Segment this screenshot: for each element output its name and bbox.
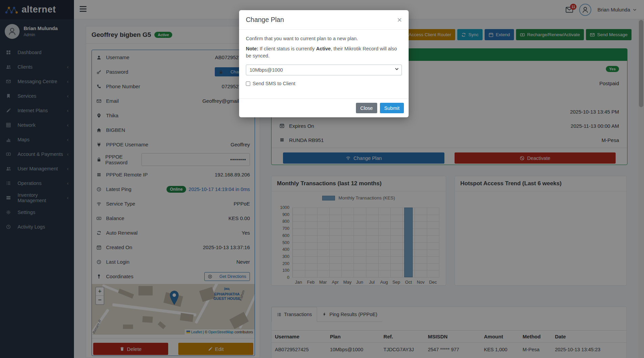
send-sms-checkbox[interactable]: [246, 81, 250, 86]
change-plan-modal: Change Plan × Confirm that you want to c…: [239, 10, 409, 117]
plan-select[interactable]: 10Mbps@1000: [246, 65, 402, 75]
modal-note-text: Note: If client status is currently Acti…: [246, 45, 402, 59]
send-sms-label: Send SMS to Client: [253, 81, 295, 86]
close-icon[interactable]: ×: [397, 17, 402, 23]
submit-button[interactable]: Submit: [380, 103, 404, 113]
app-root: alternet Brian Mulunda Admin .st{fill:no…: [0, 0, 644, 358]
close-button[interactable]: Close: [356, 103, 377, 113]
modal-confirm-text: Confirm that you want to current plan to…: [246, 35, 402, 42]
modal-title: Change Plan: [246, 16, 284, 24]
